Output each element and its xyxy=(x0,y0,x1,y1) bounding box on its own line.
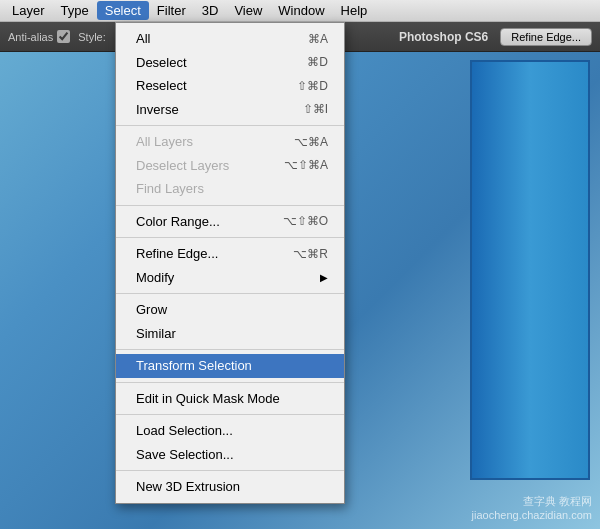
menu-item-label: Deselect xyxy=(136,53,187,73)
menu-item-shortcut: ⌥⌘A xyxy=(294,133,328,151)
menubar-item-3d[interactable]: 3D xyxy=(194,1,227,20)
menu-item-find-layers: Find Layers xyxy=(116,177,344,201)
menubar-item-help[interactable]: Help xyxy=(333,1,376,20)
menu-item-similar[interactable]: Similar xyxy=(116,322,344,346)
menu-item-label: All Layers xyxy=(136,132,193,152)
anti-alias-label: Anti-alias xyxy=(8,31,53,43)
menu-separator xyxy=(116,293,344,294)
menubar-item-filter[interactable]: Filter xyxy=(149,1,194,20)
menu-item-label: Refine Edge... xyxy=(136,244,218,264)
menubar-item-type[interactable]: Type xyxy=(53,1,97,20)
menu-item-reselect[interactable]: Reselect⇧⌘D xyxy=(116,74,344,98)
menu-item-modify[interactable]: Modify▶ xyxy=(116,266,344,290)
menu-item-label: Grow xyxy=(136,300,167,320)
menu-separator xyxy=(116,205,344,206)
menu-item-label: Save Selection... xyxy=(136,445,234,465)
menu-separator xyxy=(116,237,344,238)
menu-item-shortcut: ⇧⌘I xyxy=(303,100,328,118)
menu-item-label: Transform Selection xyxy=(136,356,252,376)
menu-item-all-layers: All Layers⌥⌘A xyxy=(116,130,344,154)
anti-alias-checkbox[interactable] xyxy=(57,30,70,43)
menu-item-label: New 3D Extrusion xyxy=(136,477,240,497)
menu-item-label: Similar xyxy=(136,324,176,344)
menu-item-deselect-layers: Deselect Layers⌥⇧⌘A xyxy=(116,154,344,178)
menu-item-refine-edge---[interactable]: Refine Edge...⌥⌘R xyxy=(116,242,344,266)
menu-item-deselect[interactable]: Deselect⌘D xyxy=(116,51,344,75)
watermark-line1: 查字典 教程网 xyxy=(472,494,592,509)
menu-item-label: Deselect Layers xyxy=(136,156,229,176)
menubar-item-view[interactable]: View xyxy=(226,1,270,20)
menu-item-load-selection---[interactable]: Load Selection... xyxy=(116,419,344,443)
menu-item-shortcut: ⌥⇧⌘O xyxy=(283,212,328,230)
menu-separator xyxy=(116,125,344,126)
menu-item-edit-in-quick-mask-mode[interactable]: Edit in Quick Mask Mode xyxy=(116,387,344,411)
submenu-arrow-icon: ▶ xyxy=(320,270,328,285)
menu-item-label: Reselect xyxy=(136,76,187,96)
menu-item-label: Inverse xyxy=(136,100,179,120)
select-dropdown-menu: All⌘ADeselect⌘DReselect⇧⌘DInverse⇧⌘IAll … xyxy=(115,22,345,504)
menu-item-color-range---[interactable]: Color Range...⌥⇧⌘O xyxy=(116,210,344,234)
menu-item-shortcut: ⇧⌘D xyxy=(297,77,328,95)
menubar-item-window[interactable]: Window xyxy=(270,1,332,20)
refine-edge-button[interactable]: Refine Edge... xyxy=(500,28,592,46)
watermark-line2: jiaocheng.chazidian.com xyxy=(472,509,592,521)
menu-separator xyxy=(116,414,344,415)
menu-item-inverse[interactable]: Inverse⇧⌘I xyxy=(116,98,344,122)
menubar: Layer Type Select Filter 3D View Window … xyxy=(0,0,600,22)
menu-item-new-3d-extrusion[interactable]: New 3D Extrusion xyxy=(116,475,344,499)
menu-separator xyxy=(116,382,344,383)
menu-item-shortcut: ⌘D xyxy=(307,53,328,71)
brand-label: Photoshop CS6 xyxy=(399,30,488,44)
menu-item-label: All xyxy=(136,29,150,49)
menu-separator xyxy=(116,349,344,350)
menu-separator xyxy=(116,470,344,471)
menu-item-label: Modify xyxy=(136,268,174,288)
menu-item-shortcut: ⌥⌘R xyxy=(293,245,328,263)
menu-item-label: Load Selection... xyxy=(136,421,233,441)
menu-item-shortcut: ⌘A xyxy=(308,30,328,48)
menu-item-shortcut: ⌥⇧⌘A xyxy=(284,156,328,174)
menu-item-transform-selection[interactable]: Transform Selection xyxy=(116,354,344,378)
menu-item-grow[interactable]: Grow xyxy=(116,298,344,322)
menu-item-label: Edit in Quick Mask Mode xyxy=(136,389,280,409)
menubar-item-select[interactable]: Select xyxy=(97,1,149,20)
menubar-item-layer[interactable]: Layer xyxy=(4,1,53,20)
style-label: Style: xyxy=(78,31,106,43)
shutter-right xyxy=(470,60,590,480)
menu-item-label: Color Range... xyxy=(136,212,220,232)
watermark: 查字典 教程网 jiaocheng.chazidian.com xyxy=(472,494,592,521)
menu-item-label: Find Layers xyxy=(136,179,204,199)
menu-item-save-selection---[interactable]: Save Selection... xyxy=(116,443,344,467)
menu-item-all[interactable]: All⌘A xyxy=(116,27,344,51)
